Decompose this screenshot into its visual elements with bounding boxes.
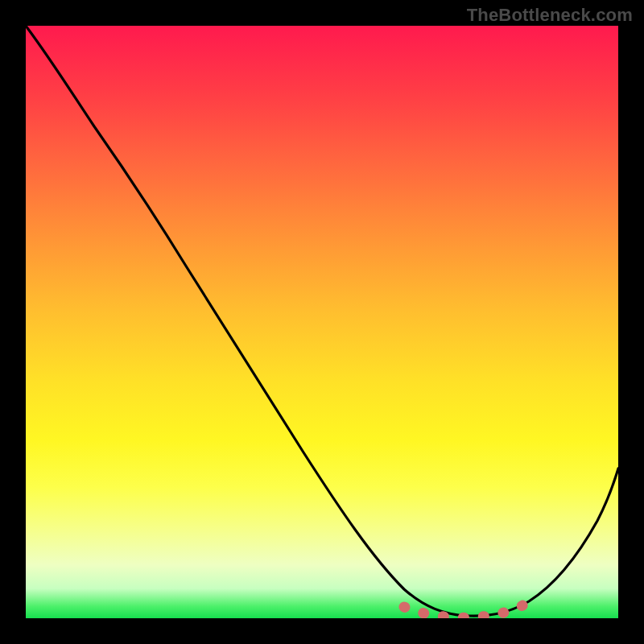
- watermark-text: TheBottleneck.com: [467, 5, 633, 26]
- plot-area: [26, 26, 618, 618]
- bottleneck-curve: [26, 26, 618, 616]
- chart-frame: TheBottleneck.com: [0, 0, 644, 644]
- curve-layer: [26, 26, 618, 618]
